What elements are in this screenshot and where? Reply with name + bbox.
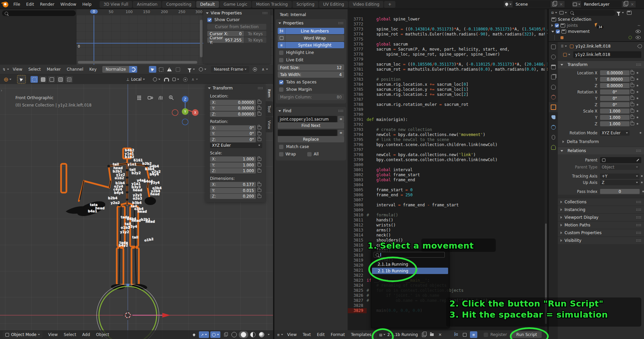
properties-tab-modifiers[interactable]: [549, 112, 558, 122]
prop-row-field[interactable]: 1.000: [600, 115, 630, 120]
animate-dot[interactable]: [637, 97, 638, 99]
rotation-order-dropdown[interactable]: XYZ Euler: [210, 143, 262, 148]
code-line[interactable]: 3793 # create new collection: [348, 127, 547, 132]
lock-icon[interactable]: [258, 138, 261, 141]
section-viewport-display[interactable]: Viewport Display: [558, 213, 644, 221]
filter-icon[interactable]: [186, 66, 197, 73]
panel-grip-icon[interactable]: [262, 12, 268, 14]
outliner-display-mode-icon[interactable]: ⊟: [550, 9, 558, 16]
code-line[interactable]: 3803 global frame_end: [348, 178, 547, 183]
code-line[interactable]: 3809: [348, 208, 547, 213]
word-wrap-icon[interactable]: [461, 331, 469, 338]
graph-vertical-scrollbar[interactable]: [200, 20, 203, 57]
np-field-dimensions-z[interactable]: Z:0.200: [210, 194, 256, 199]
code-line[interactable]: 3802 global frame_start: [348, 173, 547, 178]
select-mode-new-icon[interactable]: [31, 76, 38, 83]
animate-dot[interactable]: [637, 78, 638, 80]
animate-dot[interactable]: [640, 132, 641, 134]
line-numbers-toggle[interactable]: 1≡2≡Line Numbers: [278, 28, 344, 34]
render-layer-copy-button[interactable]: [622, 1, 629, 7]
menu-edit[interactable]: Edit: [314, 332, 328, 337]
rotation-mode-dropdown[interactable]: XYZ Euler: [600, 130, 630, 136]
properties-tab-data[interactable]: [549, 142, 558, 152]
proportional-edit-icon[interactable]: [251, 66, 259, 73]
editor-type-icon[interactable]: ↯: [2, 66, 9, 73]
sidebar-tab-tool[interactable]: Tool: [266, 101, 273, 117]
lock-icon[interactable]: [258, 158, 261, 161]
menu-object[interactable]: Object: [93, 332, 112, 337]
editor-type-icon[interactable]: ≣: [276, 331, 284, 338]
np-field-dimensions-y[interactable]: Y:0.015: [210, 188, 256, 193]
np-field-scale-y[interactable]: Y:1.000: [210, 162, 256, 168]
mode-dropdown[interactable]: Object Mode: [3, 331, 43, 338]
snap-target-icon[interactable]: [171, 76, 181, 83]
code-scrollbar[interactable]: [545, 9, 547, 330]
cursor-y-value[interactable]: 957.255: [225, 38, 242, 43]
relations-panel-header[interactable]: Relations: [558, 147, 644, 154]
pivot-point-icon[interactable]: [197, 66, 208, 73]
workspace-tab-motion-tracking[interactable]: Motion Tracking: [252, 1, 291, 8]
code-line[interactable]: 3775: [348, 37, 547, 42]
code-line[interactable]: 3789: [348, 107, 547, 112]
margin-column-field[interactable]: Margin Column:80: [278, 94, 344, 100]
shading-dropdown-icon[interactable]: [268, 334, 270, 335]
code-line[interactable]: 3812 wrists(): [348, 223, 547, 228]
parent-type-dropdown[interactable]: Object: [600, 164, 640, 170]
new-text-copy-icon[interactable]: [420, 331, 428, 338]
prop-row-field[interactable]: 1.000: [600, 121, 630, 126]
view-properties-header[interactable]: View Properties: [203, 9, 270, 17]
code-line[interactable]: 3814 neck(): [348, 233, 547, 238]
menu-view[interactable]: View: [10, 67, 25, 72]
find-next-button[interactable]: Find Next: [278, 122, 344, 129]
menu-view[interactable]: View: [284, 332, 300, 337]
scene-unlink-button[interactable]: ×: [558, 1, 565, 7]
show-margin-checkbox[interactable]: [279, 87, 283, 92]
syntax-highlight-toggle[interactable]: ≣Syntax Highlight: [278, 42, 344, 48]
collapse-icon[interactable]: [551, 31, 554, 32]
sidebar-tab-view[interactable]: View: [266, 117, 273, 132]
active-tool-icon[interactable]: ⨁: [2, 76, 13, 83]
lock-icon[interactable]: [631, 90, 634, 93]
properties-tab-constraints[interactable]: [549, 132, 558, 142]
workspace-tab-3d-view-full[interactable]: 3D View Full: [100, 1, 132, 8]
shading-solid-icon[interactable]: [240, 331, 247, 338]
lock-icon[interactable]: [258, 170, 261, 173]
menu-render[interactable]: Render: [37, 2, 57, 7]
ghost-curves-icon[interactable]: [174, 66, 181, 73]
show-cursor-checkbox[interactable]: [207, 18, 212, 22]
popup-search-input[interactable]: [374, 252, 445, 258]
workspace-tab-uv-editing[interactable]: UV Editing: [319, 1, 348, 8]
outliner-row-scene-collection[interactable]: Scene Collection: [549, 16, 644, 22]
viewport-3d[interactable]: Z X Y: [0, 84, 273, 339]
menu-select[interactable]: Select: [61, 332, 79, 337]
code-line[interactable]: 3784 sacrum.rig.location.x += sacrum_loc…: [348, 82, 547, 87]
normalize-button[interactable]: Normalize: [102, 66, 129, 73]
graph-search-input[interactable]: [2, 10, 76, 16]
code-line[interactable]: 3805 frame_start = 0: [348, 188, 547, 193]
code-line[interactable]: 3799 bpy.context.scene.collection.childr…: [348, 157, 547, 162]
code-line[interactable]: 3779: [348, 57, 547, 62]
find-input[interactable]: joint.copper.y1o1.sacrum: [278, 116, 337, 122]
np-field-dimensions-x[interactable]: X:0.177: [210, 182, 256, 187]
animate-dot[interactable]: [637, 91, 638, 93]
graph-horizontal-scrollbar[interactable]: [78, 61, 197, 64]
pin-icon[interactable]: [637, 44, 643, 49]
proportional-editing-icon[interactable]: [181, 76, 189, 83]
outliner-row-joints[interactable]: joints 34 ∼: [549, 22, 644, 28]
animate-dot[interactable]: [637, 123, 638, 125]
replace-input[interactable]: [278, 130, 337, 136]
code-line[interactable]: 3781 sacrum_rot = mathutils.Euler((math.…: [348, 67, 547, 72]
code-line[interactable]: 3787: [348, 97, 547, 102]
outliner-row-child[interactable]: [549, 35, 644, 41]
lock-icon[interactable]: [631, 116, 634, 119]
code-line[interactable]: 3785 sacrum.rig.location.y += sacrum_loc…: [348, 87, 547, 92]
live-edit-checkbox[interactable]: [279, 58, 283, 62]
select-mode-intersect-icon[interactable]: [65, 76, 73, 83]
properties-tab-render[interactable]: [549, 52, 558, 62]
snap-magnet-icon[interactable]: [163, 76, 170, 83]
replace-button[interactable]: Replace: [278, 136, 344, 142]
prop-row-field[interactable]: 1.000: [600, 109, 630, 114]
word-wrap-toggle[interactable]: Word Wrap: [278, 35, 344, 41]
eyedropper-icon[interactable]: [637, 159, 639, 161]
find-history-icon[interactable]: ≡: [338, 116, 344, 122]
